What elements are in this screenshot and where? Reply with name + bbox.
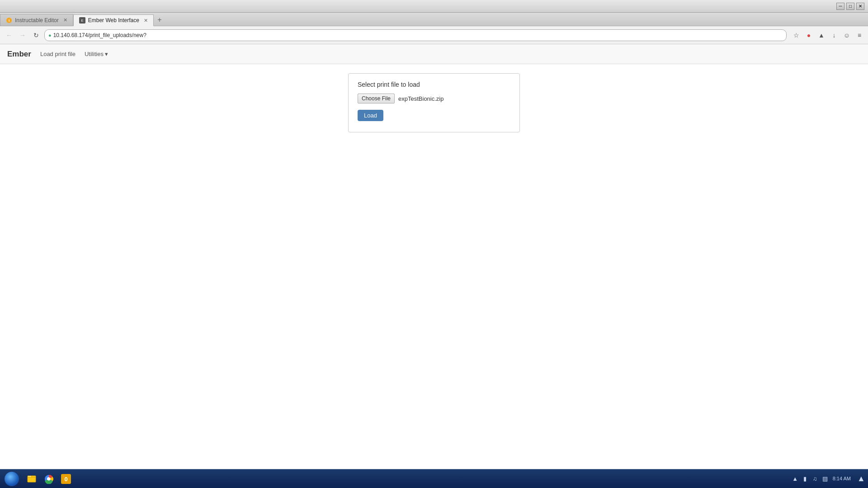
system-clock[interactable]: 8:14 AM xyxy=(831,474,853,483)
minimize-button[interactable]: ─ xyxy=(836,3,844,10)
network-icon: ▨ xyxy=(821,474,829,483)
toolbar-icons: ☆ ● ▲ ↓ ☺ ≡ xyxy=(791,30,864,40)
address-input[interactable] xyxy=(53,32,783,38)
svg-point-7 xyxy=(30,476,31,477)
shield-icon[interactable]: ▲ xyxy=(816,30,826,40)
forward-button[interactable]: → xyxy=(17,30,28,41)
instructable-tab-icon: I xyxy=(6,17,12,23)
nav-load-print-file[interactable]: Load print file xyxy=(40,49,75,59)
start-orb xyxy=(5,472,19,486)
firefox-icon[interactable]: ● xyxy=(804,30,814,40)
form-card: Select print file to load Choose File ex… xyxy=(348,73,520,132)
new-tab-button[interactable]: + xyxy=(154,14,165,26)
volume-icon: ♫ xyxy=(811,474,819,483)
lock-icon: ● xyxy=(48,33,52,38)
nav-utilities-label: Utilities xyxy=(85,51,104,57)
app-navbar: Ember Load print file Utilities ▾ xyxy=(0,44,868,64)
load-button[interactable]: Load xyxy=(358,110,383,121)
browser-window: ─ □ ✕ I Instructable Editor ✕ E Ember We… xyxy=(0,0,868,488)
close-button[interactable]: ✕ xyxy=(856,3,864,10)
maximize-button[interactable]: □ xyxy=(846,3,854,10)
taskbar-explorer-icon[interactable] xyxy=(24,471,40,487)
address-input-wrap: ● xyxy=(44,29,787,41)
taskbar-sys-tray: ▲ ▮ ♫ ▨ 8:14 AM xyxy=(791,474,854,483)
battery-icon: ▮ xyxy=(801,474,809,483)
taskbar-chrome-icon[interactable] xyxy=(41,471,57,487)
address-bar: ← → ↻ ● ☆ ● ▲ ↓ ☺ ≡ xyxy=(0,26,868,44)
svg-point-6 xyxy=(28,476,29,477)
title-bar: ─ □ ✕ xyxy=(0,0,868,13)
tab-instructable-editor[interactable]: I Instructable Editor ✕ xyxy=(0,14,73,26)
page-content: Select print file to load Choose File ex… xyxy=(0,64,868,469)
menu-icon[interactable]: ≡ xyxy=(854,30,864,40)
svg-rect-5 xyxy=(28,477,36,478)
file-input-row: Choose File expTestBionic.zip xyxy=(358,94,510,103)
ember-tab-icon: E xyxy=(79,17,85,23)
svg-text:I: I xyxy=(9,19,9,23)
tab-close-ember[interactable]: ✕ xyxy=(144,18,148,23)
tab-ember-web-interface[interactable]: E Ember Web Interface ✕ xyxy=(73,14,154,26)
signal-icon: ▲ xyxy=(791,474,799,483)
tab-instructable-label: Instructable Editor xyxy=(15,17,59,23)
choose-file-button[interactable]: Choose File xyxy=(358,94,395,103)
tab-ember-label: Ember Web Interface xyxy=(88,17,139,23)
star-icon[interactable]: ☆ xyxy=(791,30,801,40)
tab-close-instructable[interactable]: ✕ xyxy=(63,17,67,23)
taskbar: 0 ▲ ▮ ♫ ▨ 8:14 AM ▲ xyxy=(0,469,868,488)
user-icon[interactable]: ☺ xyxy=(842,30,852,40)
svg-point-10 xyxy=(47,477,51,480)
taskbar-notification-icon[interactable]: 0 xyxy=(58,471,74,487)
app-brand: Ember xyxy=(7,50,31,59)
start-button[interactable] xyxy=(2,471,22,487)
taskbar-pinned-icons: 0 xyxy=(24,471,74,487)
reload-button[interactable]: ↻ xyxy=(31,30,42,41)
selected-file-name: expTestBionic.zip xyxy=(398,95,443,102)
tab-bar: I Instructable Editor ✕ E Ember Web Inte… xyxy=(0,13,868,26)
dropdown-arrow-icon: ▾ xyxy=(105,51,108,57)
back-button[interactable]: ← xyxy=(4,30,14,41)
svg-text:E: E xyxy=(81,19,83,23)
download-icon[interactable]: ↓ xyxy=(829,30,839,40)
scroll-up-button[interactable]: ▲ xyxy=(856,472,866,486)
form-title: Select print file to load xyxy=(358,81,510,88)
title-bar-buttons: ─ □ ✕ xyxy=(836,3,864,10)
nav-utilities-dropdown[interactable]: Utilities ▾ xyxy=(85,51,108,57)
svg-text:0: 0 xyxy=(64,476,67,483)
